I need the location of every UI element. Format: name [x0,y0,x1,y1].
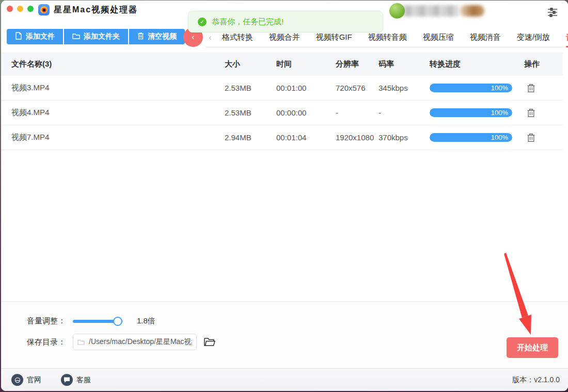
add-folder-button[interactable]: 添加文件夹 [64,29,128,44]
tab-video-merge[interactable]: 视频合并 [269,32,300,47]
file-time: 00:01:04 [276,133,336,142]
add-file-icon [15,32,22,41]
progress-bar: 100% [430,84,512,92]
support-label: 客服 [76,375,91,385]
check-circle-icon: ✓ [198,18,207,26]
save-path-input[interactable] [73,334,197,350]
globe-icon [11,374,23,386]
col-header-bitrate: 码率 [378,59,430,69]
tab-video-mute[interactable]: 视频消音 [470,32,501,47]
customer-support-link[interactable]: 客服 [61,374,91,386]
col-header-name: 文件名称(3) [11,59,225,69]
volume-label: 音量调整： [27,316,66,326]
zoom-window-button[interactable] [27,6,34,12]
file-size: 2.53MB [225,84,276,92]
col-header-size: 大小 [225,59,276,69]
save-dir-label: 保存目录： [27,337,66,347]
browse-folder-button[interactable] [203,335,216,349]
clear-videos-button[interactable]: 清空视频 [129,29,185,44]
file-name: 视频3.MP4 [11,83,225,93]
redacted-badge [460,5,484,17]
file-bitrate: - [378,108,430,117]
app-title: 星星Mac视频处理器 [54,5,138,15]
file-table: 文件名称(3) 大小 时间 分辨率 码率 转换进度 操作 视频3.MP4 2.5… [1,52,563,150]
chevron-left-icon[interactable]: ‹ [206,32,215,43]
volume-slider-handle[interactable] [113,317,122,326]
file-name: 视频4.MP4 [11,108,225,118]
add-folder-icon [72,32,80,41]
tab-video-to-audio[interactable]: 视频转音频 [368,32,407,47]
col-header-time: 时间 [276,59,336,69]
version-text: 版本：v2.1.0.0 [512,375,560,385]
file-resolution: - [336,108,378,117]
progress-bar: 100% [430,133,512,142]
col-header-action: 操作 [524,59,563,69]
delete-row-button[interactable] [524,81,538,95]
start-processing-button[interactable]: 开始处理 [507,337,558,358]
toast-message: 恭喜你，任务已完成! [212,17,283,27]
tab-speed-reverse[interactable]: 变速/倒放 [517,32,550,47]
file-name: 视频7.MP4 [11,133,225,142]
delete-row-button[interactable] [524,131,538,144]
close-window-button[interactable] [7,6,13,12]
official-website-link[interactable]: 官网 [11,374,41,386]
file-resolution: 720x576 [336,84,378,92]
tab-format-convert[interactable]: 格式转换 [222,32,253,47]
file-bitrate: 370kbps [378,133,430,142]
volume-slider-fill [73,320,117,323]
progress-bar: 100% [430,108,512,117]
file-size: 2.53MB [225,108,276,117]
website-label: 官网 [27,375,41,385]
minimize-window-button[interactable] [17,6,23,12]
table-row: 视频3.MP4 2.53MB 00:01:00 720x576 345kbps … [1,76,563,101]
file-resolution: 1920x1080 [336,133,378,142]
table-header-row: 文件名称(3) 大小 时间 分辨率 码率 转换进度 操作 [1,52,563,76]
table-row: 视频4.MP4 2.53MB 00:00:00 - - 100% [1,101,563,125]
app-logo-icon [38,4,50,15]
file-time: 00:00:00 [276,108,336,117]
settings-sliders-icon[interactable] [546,6,559,19]
table-row: 视频7.MP4 2.94MB 00:01:04 1920x1080 370kbp… [1,125,563,150]
tab-video-compress[interactable]: 视频压缩 [423,32,454,47]
add-file-button[interactable]: 添加文件 [7,29,63,44]
tab-video-to-gif[interactable]: 视频转GIF [316,32,352,47]
footer: 官网 客服 版本：v2.1.0.0 [1,368,568,391]
tab-volume-adjust[interactable]: 音量调整 [566,32,568,47]
clear-videos-icon [137,32,144,41]
col-header-progress: 转换进度 [430,59,524,69]
avatar [389,3,405,19]
folder-icon [77,338,85,348]
chat-bubble-icon [61,374,73,386]
success-toast: ✓ 恭喜你，任务已完成! [188,11,383,32]
toolbar: 添加文件 添加文件夹 清空视频 [7,29,185,44]
bottom-control-panel: 音量调整： 1.8倍 保存目录： 开 [1,301,568,368]
progress-label: 100% [491,109,508,117]
volume-slider[interactable] [73,320,123,323]
file-time: 00:01:00 [276,84,336,92]
app-window: 星星Mac视频处理器 添加文件 [1,1,568,391]
progress-label: 100% [491,134,508,141]
volume-value: 1.8倍 [137,316,155,326]
file-bitrate: 345kbps [378,84,430,92]
redacted-username [402,5,459,17]
delete-row-button[interactable] [524,106,538,120]
progress-label: 100% [491,84,508,92]
col-header-resolution: 分辨率 [336,59,378,69]
user-account-badge[interactable] [389,3,484,19]
file-size: 2.94MB [225,133,276,142]
